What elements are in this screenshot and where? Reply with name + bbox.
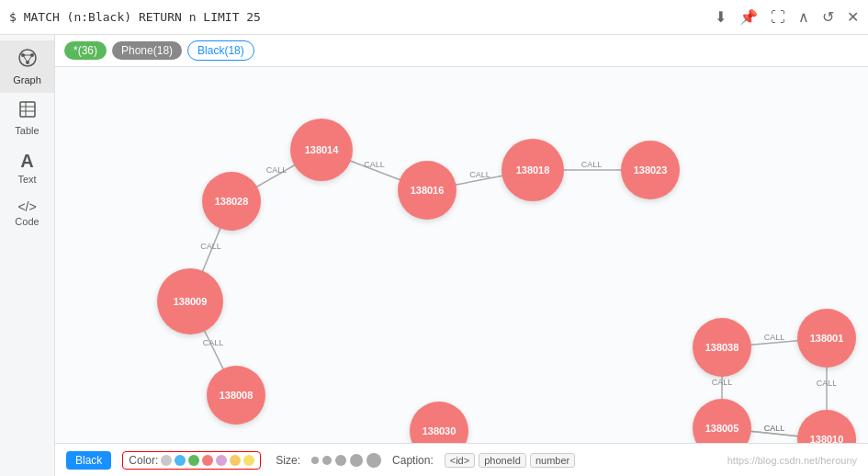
main-area: Graph Table A Text </> Code *(36) Ph	[0, 35, 868, 476]
caption-tag-phoneid[interactable]: phoneId	[479, 453, 526, 468]
node-138023[interactable]: 138023	[621, 141, 680, 199]
caption-tag-id[interactable]: <id>	[445, 453, 475, 468]
color-dot-4[interactable]	[216, 455, 227, 466]
size-dot-1[interactable]	[322, 456, 332, 465]
black-button[interactable]: Black	[66, 451, 111, 470]
query-text: $ MATCH (n:Black) RETURN n LIMIT 25	[9, 10, 261, 24]
size-dot-4[interactable]	[366, 453, 381, 468]
graph-area: CALLCALLCALLCALLCALLCALLCALLCALLCALLCALL…	[55, 67, 868, 443]
sidebar-label-text: Text	[17, 174, 36, 185]
pin-icon[interactable]: 📌	[739, 8, 758, 26]
size-label: Size:	[276, 454, 300, 467]
svg-text:CALL: CALL	[203, 338, 224, 347]
node-138009[interactable]: 138009	[157, 268, 223, 334]
size-dot-0[interactable]	[311, 457, 319, 464]
svg-line-6	[23, 55, 28, 62]
svg-text:CALL: CALL	[712, 378, 733, 387]
color-dot-0[interactable]	[161, 455, 172, 466]
tab-black[interactable]: Black(18)	[187, 40, 254, 61]
node-138005[interactable]: 138005	[693, 399, 751, 443]
node-138010[interactable]: 138010	[797, 410, 856, 443]
top-bar: $ MATCH (n:Black) RETURN n LIMIT 25 ⬇ 📌 …	[0, 0, 868, 35]
svg-line-5	[28, 55, 32, 62]
sidebar-item-table[interactable]: Table	[0, 93, 54, 143]
chevron-up-icon[interactable]: ∧	[798, 8, 809, 26]
node-138016[interactable]: 138016	[398, 161, 457, 220]
color-dot-5[interactable]	[230, 455, 241, 466]
color-dot-3[interactable]	[202, 455, 213, 466]
top-icons: ⬇ 📌 ⛶ ∧ ↺ ✕	[715, 8, 859, 26]
svg-text:CALL: CALL	[200, 242, 221, 251]
sidebar-label-graph: Graph	[13, 74, 41, 85]
tab-all[interactable]: *(36)	[64, 41, 107, 60]
graph-canvas: CALLCALLCALLCALLCALLCALLCALLCALLCALLCALL…	[55, 67, 868, 443]
sidebar: Graph Table A Text </> Code	[0, 35, 55, 476]
content-area: *(36) Phone(18) Black(18) CALLCALLCALLCA…	[55, 35, 868, 476]
size-dots	[311, 453, 381, 468]
graph-icon	[17, 48, 38, 73]
tab-phone[interactable]: Phone(18)	[112, 41, 182, 60]
size-dot-2[interactable]	[335, 455, 346, 466]
svg-text:CALL: CALL	[764, 424, 785, 433]
refresh-icon[interactable]: ↺	[822, 8, 834, 26]
size-dot-3[interactable]	[350, 454, 363, 467]
node-138001[interactable]: 138001	[797, 309, 856, 368]
sidebar-item-code[interactable]: </> Code	[0, 192, 54, 234]
sidebar-item-text[interactable]: A Text	[0, 143, 54, 192]
sidebar-item-graph[interactable]: Graph	[0, 40, 54, 93]
svg-text:CALL: CALL	[817, 379, 838, 388]
text-icon: A	[20, 151, 33, 172]
watermark: https://blog.csdn.net/herouny	[727, 455, 857, 466]
tabs-bar: *(36) Phone(18) Black(18)	[55, 35, 868, 67]
svg-text:CALL: CALL	[364, 160, 385, 169]
color-label: Color:	[129, 454, 158, 467]
caption-tags: <id> phoneId number	[445, 453, 575, 468]
download-icon[interactable]: ⬇	[715, 8, 727, 26]
svg-text:CALL: CALL	[764, 424, 785, 433]
svg-text:CALL: CALL	[266, 165, 287, 175]
color-dot-6[interactable]	[243, 455, 254, 466]
close-icon[interactable]: ✕	[847, 8, 859, 26]
caption-tag-number[interactable]: number	[530, 453, 575, 468]
bottom-bar: Black Color: Size:	[55, 443, 868, 476]
node-138030[interactable]: 138030	[410, 402, 468, 443]
color-dot-2[interactable]	[188, 455, 199, 466]
node-138028[interactable]: 138028	[202, 172, 261, 231]
sidebar-label-table: Table	[15, 125, 39, 136]
code-icon: </>	[17, 199, 36, 214]
edges-svg: CALLCALLCALLCALLCALLCALLCALLCALLCALLCALL…	[55, 67, 868, 443]
color-box: Color:	[122, 451, 261, 470]
svg-text:CALL: CALL	[581, 160, 603, 169]
color-dot-1[interactable]	[175, 455, 186, 466]
sidebar-label-code: Code	[15, 216, 39, 227]
node-138038[interactable]: 138038	[693, 318, 751, 377]
node-138018[interactable]: 138018	[502, 139, 564, 201]
svg-rect-7	[20, 102, 35, 117]
expand-icon[interactable]: ⛶	[771, 9, 785, 26]
svg-text:CALL: CALL	[764, 333, 785, 342]
node-138014[interactable]: 138014	[290, 119, 353, 181]
node-138008[interactable]: 138008	[207, 366, 265, 425]
table-icon	[18, 100, 37, 123]
caption-label: Caption:	[392, 454, 434, 467]
svg-text:CALL: CALL	[469, 170, 490, 179]
